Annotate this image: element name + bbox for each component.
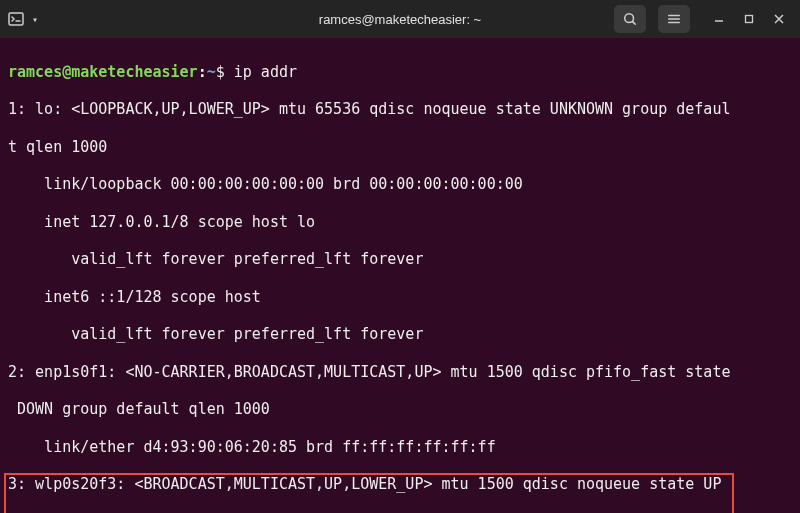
output-line: inet6 ::1/128 scope host xyxy=(8,288,792,307)
close-button[interactable] xyxy=(766,6,792,32)
output-line: 1: lo: <LOOPBACK,UP,LOWER_UP> mtu 65536 … xyxy=(8,100,792,119)
prompt-dollar: $ xyxy=(216,63,225,81)
window-title: ramces@maketecheasier: ~ xyxy=(319,12,481,27)
output-line: DOWN group default qlen 1000 xyxy=(8,400,792,419)
titlebar: ▾ ramces@maketecheasier: ~ xyxy=(0,0,800,38)
terminal-icon[interactable] xyxy=(8,11,24,27)
maximize-button[interactable] xyxy=(736,6,762,32)
dropdown-icon[interactable]: ▾ xyxy=(32,14,38,25)
output-line: inet 127.0.0.1/8 scope host lo xyxy=(8,213,792,232)
prompt-separator: : xyxy=(198,63,207,81)
search-button[interactable] xyxy=(614,5,646,33)
output-line: link/ether d4:93:90:06:20:85 brd ff:ff:f… xyxy=(8,438,792,457)
highlighted-interface: 3: wlp0s20f3: <BROADCAST,MULTICAST,UP,LO… xyxy=(4,473,734,513)
prompt-path: ~ xyxy=(207,63,216,81)
terminal-area[interactable]: ramces@maketecheasier:~$ ip addr 1: lo: … xyxy=(0,38,800,513)
menu-button[interactable] xyxy=(658,5,690,33)
prompt-line: ramces@maketecheasier:~$ ip addr xyxy=(8,63,792,82)
output-line: valid_lft forever preferred_lft forever xyxy=(8,325,792,344)
minimize-button[interactable] xyxy=(706,6,732,32)
svg-rect-2 xyxy=(746,16,753,23)
command-text: ip addr xyxy=(234,63,297,81)
titlebar-right xyxy=(614,5,792,33)
output-line: t qlen 1000 xyxy=(8,138,792,157)
output-line: link/loopback 00:00:00:00:00:00 brd 00:0… xyxy=(8,175,792,194)
titlebar-left: ▾ xyxy=(8,11,38,27)
output-line: 3: wlp0s20f3: <BROADCAST,MULTICAST,UP,LO… xyxy=(8,475,730,494)
output-line: 2: enp1s0f1: <NO-CARRIER,BROADCAST,MULTI… xyxy=(8,363,792,382)
output-line: valid_lft forever preferred_lft forever xyxy=(8,250,792,269)
prompt-user-host: ramces@maketecheasier xyxy=(8,63,198,81)
svg-rect-0 xyxy=(9,13,23,25)
